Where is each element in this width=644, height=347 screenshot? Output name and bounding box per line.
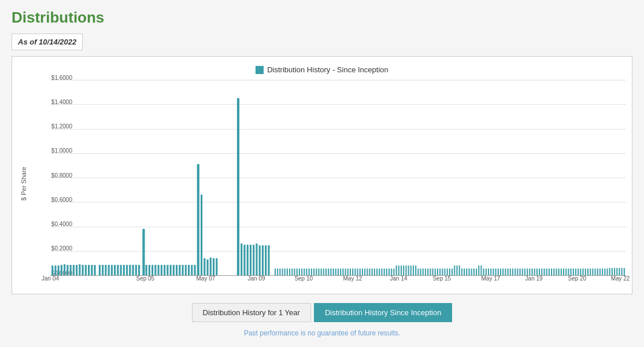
svg-rect-26 bbox=[129, 265, 131, 275]
tab-1-year[interactable]: Distribution History for 1 Year bbox=[192, 303, 311, 322]
svg-rect-25 bbox=[126, 265, 128, 275]
svg-rect-14 bbox=[94, 265, 95, 275]
svg-rect-182 bbox=[558, 268, 560, 275]
tab-since-inception[interactable]: Distribution History Since Inception bbox=[314, 303, 453, 322]
svg-rect-36 bbox=[164, 265, 165, 275]
svg-rect-148 bbox=[476, 268, 477, 275]
svg-rect-37 bbox=[166, 265, 168, 275]
svg-rect-129 bbox=[430, 268, 431, 275]
svg-rect-29 bbox=[138, 265, 140, 275]
svg-rect-54 bbox=[237, 98, 239, 275]
svg-rect-157 bbox=[498, 268, 499, 275]
svg-rect-197 bbox=[594, 268, 595, 275]
svg-rect-147 bbox=[473, 268, 475, 275]
svg-rect-193 bbox=[585, 268, 586, 275]
svg-rect-144 bbox=[466, 268, 467, 275]
svg-rect-69 bbox=[284, 268, 286, 275]
svg-rect-159 bbox=[502, 268, 504, 275]
svg-rect-204 bbox=[612, 268, 613, 275]
svg-rect-90 bbox=[335, 268, 336, 275]
svg-rect-200 bbox=[602, 268, 603, 275]
svg-rect-146 bbox=[471, 268, 472, 275]
svg-rect-8 bbox=[76, 265, 77, 275]
svg-rect-23 bbox=[120, 265, 122, 275]
svg-rect-82 bbox=[316, 268, 317, 275]
svg-rect-53 bbox=[216, 258, 217, 275]
svg-rect-190 bbox=[578, 268, 579, 275]
svg-rect-6 bbox=[70, 265, 72, 275]
svg-rect-139 bbox=[454, 265, 455, 275]
svg-rect-2 bbox=[58, 265, 60, 275]
svg-rect-58 bbox=[250, 245, 251, 275]
svg-rect-152 bbox=[486, 268, 487, 275]
bars-area bbox=[50, 80, 626, 275]
svg-rect-9 bbox=[79, 264, 80, 275]
svg-rect-89 bbox=[333, 268, 334, 275]
svg-rect-47 bbox=[197, 164, 199, 275]
as-of-date: As of 10/14/2022 bbox=[12, 34, 83, 50]
x-label: May 12 bbox=[343, 275, 362, 282]
svg-rect-61 bbox=[259, 245, 261, 275]
svg-rect-108 bbox=[379, 268, 380, 275]
svg-rect-138 bbox=[451, 268, 453, 275]
svg-rect-99 bbox=[357, 268, 358, 275]
svg-rect-51 bbox=[210, 257, 212, 275]
svg-rect-194 bbox=[587, 268, 589, 275]
x-label: Jan 14 bbox=[390, 275, 408, 282]
svg-rect-39 bbox=[173, 265, 175, 275]
svg-rect-92 bbox=[340, 268, 341, 275]
svg-rect-125 bbox=[420, 268, 421, 275]
svg-rect-166 bbox=[519, 268, 520, 275]
x-label: Sep 15 bbox=[432, 275, 451, 282]
svg-rect-149 bbox=[478, 265, 479, 275]
x-label: Sep 20 bbox=[568, 275, 586, 282]
svg-rect-141 bbox=[459, 265, 460, 275]
svg-rect-122 bbox=[413, 265, 414, 275]
svg-rect-119 bbox=[405, 265, 406, 275]
svg-rect-35 bbox=[161, 265, 162, 275]
svg-rect-113 bbox=[391, 268, 392, 275]
svg-rect-67 bbox=[279, 268, 280, 275]
svg-rect-140 bbox=[456, 265, 457, 275]
svg-rect-49 bbox=[203, 258, 205, 275]
x-label: May 07 bbox=[197, 275, 216, 282]
svg-rect-187 bbox=[571, 268, 572, 275]
svg-rect-195 bbox=[590, 268, 591, 275]
svg-rect-206 bbox=[616, 268, 617, 275]
svg-rect-121 bbox=[410, 265, 412, 275]
svg-rect-179 bbox=[551, 268, 552, 275]
svg-rect-191 bbox=[580, 268, 581, 275]
svg-rect-202 bbox=[606, 268, 608, 275]
svg-rect-170 bbox=[529, 268, 530, 275]
svg-rect-110 bbox=[384, 268, 385, 275]
svg-rect-64 bbox=[268, 245, 269, 275]
svg-rect-100 bbox=[360, 268, 361, 275]
svg-rect-205 bbox=[614, 268, 615, 275]
svg-rect-96 bbox=[350, 268, 351, 275]
svg-rect-91 bbox=[338, 268, 339, 275]
svg-rect-34 bbox=[158, 265, 160, 275]
svg-rect-60 bbox=[256, 243, 257, 275]
svg-rect-116 bbox=[398, 265, 399, 275]
page-title: Distributions bbox=[12, 9, 632, 27]
x-axis: Jan 04 Sep 05 May 07 Jan 09 Sep 10 May 1… bbox=[50, 275, 626, 288]
svg-rect-112 bbox=[388, 268, 390, 275]
svg-rect-128 bbox=[427, 268, 428, 275]
svg-rect-93 bbox=[342, 268, 343, 275]
svg-rect-189 bbox=[575, 268, 576, 275]
svg-rect-98 bbox=[354, 268, 356, 275]
svg-rect-45 bbox=[191, 265, 193, 275]
svg-rect-3 bbox=[61, 265, 62, 275]
svg-rect-20 bbox=[111, 265, 113, 275]
svg-rect-158 bbox=[500, 268, 501, 275]
svg-rect-117 bbox=[401, 265, 402, 275]
svg-rect-41 bbox=[179, 265, 180, 275]
svg-rect-77 bbox=[304, 268, 305, 275]
svg-rect-104 bbox=[369, 268, 370, 275]
svg-rect-101 bbox=[362, 268, 363, 275]
svg-rect-43 bbox=[185, 265, 187, 275]
svg-rect-52 bbox=[213, 258, 214, 275]
svg-rect-83 bbox=[318, 268, 319, 275]
svg-rect-48 bbox=[201, 195, 202, 275]
svg-rect-81 bbox=[313, 268, 314, 275]
